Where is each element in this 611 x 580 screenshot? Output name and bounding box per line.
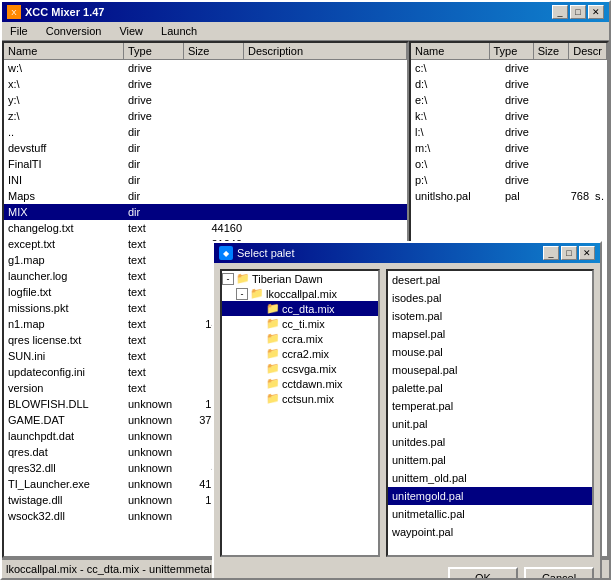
list-item[interactable]: unitemgold.pal — [388, 487, 592, 505]
list-item[interactable]: unittem_old.pal — [388, 469, 592, 487]
dialog-close[interactable]: ✕ — [579, 246, 595, 260]
menu-file[interactable]: File — [6, 24, 32, 38]
list-item[interactable]: mouse.pal — [388, 343, 592, 361]
dialog-icon: ◆ — [219, 246, 233, 260]
menu-launch[interactable]: Launch — [157, 24, 201, 38]
table-row[interactable]: o:\ drive — [411, 156, 607, 172]
list-item[interactable]: 📁ccra2.mix — [222, 346, 378, 361]
ok-button[interactable]: OK — [448, 567, 518, 578]
list-item[interactable]: isotem.pal — [388, 307, 592, 325]
right-panel-header: Name Type Size Descr — [411, 43, 607, 60]
maximize-button[interactable]: □ — [570, 5, 586, 19]
app-icon: X — [7, 5, 21, 19]
right-col-desc[interactable]: Descr — [569, 43, 607, 59]
table-row[interactable]: devstuff dir — [4, 140, 407, 156]
dialog-minimize[interactable]: _ — [543, 246, 559, 260]
left-col-size[interactable]: Size — [184, 43, 244, 59]
table-row[interactable]: l:\ drive — [411, 124, 607, 140]
list-item[interactable]: 📁cctdawn.mix — [222, 376, 378, 391]
list-item[interactable]: palette.pal — [388, 379, 592, 397]
table-row[interactable]: INI dir — [4, 172, 407, 188]
menu-view[interactable]: View — [115, 24, 147, 38]
table-row[interactable]: y:\ drive — [4, 92, 407, 108]
table-row[interactable]: m:\ drive — [411, 140, 607, 156]
list-item[interactable]: mousepal.pal — [388, 361, 592, 379]
tree-panel[interactable]: -📁Tiberian Dawn-📁lkoccallpal.mix📁cc_dta.… — [220, 269, 380, 557]
table-row[interactable]: x:\ drive — [4, 76, 407, 92]
main-window: X XCC Mixer 1.47 _ □ ✕ File Conversion V… — [0, 0, 611, 580]
folder-icon: 📁 — [266, 392, 280, 405]
folder-icon: 📁 — [266, 377, 280, 390]
folder-icon: 📁 — [266, 347, 280, 360]
dialog-title-text: Select palet — [237, 247, 294, 259]
list-item[interactable]: 📁ccra.mix — [222, 331, 378, 346]
close-button[interactable]: ✕ — [588, 5, 604, 19]
list-item[interactable]: temperat.pal — [388, 397, 592, 415]
title-bar: X XCC Mixer 1.47 _ □ ✕ — [2, 2, 609, 22]
dialog-maximize[interactable]: □ — [561, 246, 577, 260]
dialog-title-buttons: _ □ ✕ — [543, 246, 595, 260]
cancel-button[interactable]: Cancel — [524, 567, 594, 578]
title-buttons: _ □ ✕ — [552, 5, 604, 19]
folder-icon: 📁 — [236, 272, 250, 285]
dialog-buttons: OK Cancel — [214, 563, 600, 578]
tree-expand-icon[interactable]: - — [236, 288, 248, 300]
list-item[interactable]: isodes.pal — [388, 289, 592, 307]
table-row[interactable]: .. dir — [4, 124, 407, 140]
list-item[interactable]: 📁cc_ti.mix — [222, 316, 378, 331]
folder-icon: 📁 — [266, 362, 280, 375]
table-row[interactable]: FinalTI dir — [4, 156, 407, 172]
dialog-title-bar: ◆ Select palet _ □ ✕ — [214, 243, 600, 263]
pal-list[interactable]: desert.palisodes.palisotem.palmapsel.pal… — [386, 269, 594, 557]
folder-icon: 📁 — [266, 332, 280, 345]
table-row[interactable]: e:\ drive — [411, 92, 607, 108]
table-row[interactable]: d:\ drive — [411, 76, 607, 92]
window-title: XCC Mixer 1.47 — [25, 6, 104, 18]
select-palet-dialog: ◆ Select palet _ □ ✕ -📁Tiberian Dawn-📁lk… — [212, 241, 602, 578]
list-item[interactable]: unitmetallic.pal — [388, 505, 592, 523]
main-wrapper: Name Type Size Description w:\ drive x:\… — [2, 41, 609, 578]
left-col-type[interactable]: Type — [124, 43, 184, 59]
left-col-desc[interactable]: Description — [244, 43, 407, 59]
list-item[interactable]: 📁cc_dta.mix — [222, 301, 378, 316]
list-item[interactable]: unit.pal — [388, 415, 592, 433]
tree-expand-icon[interactable]: - — [222, 273, 234, 285]
left-col-name[interactable]: Name — [4, 43, 124, 59]
table-row[interactable]: c:\ drive — [411, 60, 607, 76]
folder-icon: 📁 — [266, 302, 280, 315]
list-item[interactable]: unittem.pal — [388, 451, 592, 469]
folder-icon: 📁 — [250, 287, 264, 300]
list-item[interactable]: desert.pal — [388, 271, 592, 289]
table-row[interactable]: Maps dir — [4, 188, 407, 204]
table-row[interactable]: k:\ drive — [411, 108, 607, 124]
list-item[interactable]: 📁cctsun.mix — [222, 391, 378, 406]
right-col-name[interactable]: Name — [411, 43, 490, 59]
table-row[interactable]: unitlsho.pal pal 768 show — [411, 188, 607, 204]
table-row[interactable]: p:\ drive — [411, 172, 607, 188]
menu-conversion[interactable]: Conversion — [42, 24, 106, 38]
list-item[interactable]: -📁lkoccallpal.mix — [222, 286, 378, 301]
table-row[interactable]: w:\ drive — [4, 60, 407, 76]
list-item[interactable]: waypoint.pal — [388, 523, 592, 541]
list-item[interactable]: -📁Tiberian Dawn — [222, 271, 378, 286]
list-item[interactable]: mapsel.pal — [388, 325, 592, 343]
title-bar-left: X XCC Mixer 1.47 — [7, 5, 104, 19]
dialog-title-left: ◆ Select palet — [219, 246, 294, 260]
left-panel-header: Name Type Size Description — [4, 43, 407, 60]
dialog-content: -📁Tiberian Dawn-📁lkoccallpal.mix📁cc_dta.… — [214, 263, 600, 563]
table-row[interactable]: z:\ drive — [4, 108, 407, 124]
list-item[interactable]: 📁ccsvga.mix — [222, 361, 378, 376]
right-col-size[interactable]: Size — [534, 43, 570, 59]
table-row[interactable]: MIX dir — [4, 204, 407, 220]
menu-bar: File Conversion View Launch — [2, 22, 609, 41]
table-row[interactable]: changelog.txt text 44160 — [4, 220, 407, 236]
right-col-type[interactable]: Type — [490, 43, 534, 59]
list-item[interactable]: unitdes.pal — [388, 433, 592, 451]
folder-icon: 📁 — [266, 317, 280, 330]
minimize-button[interactable]: _ — [552, 5, 568, 19]
